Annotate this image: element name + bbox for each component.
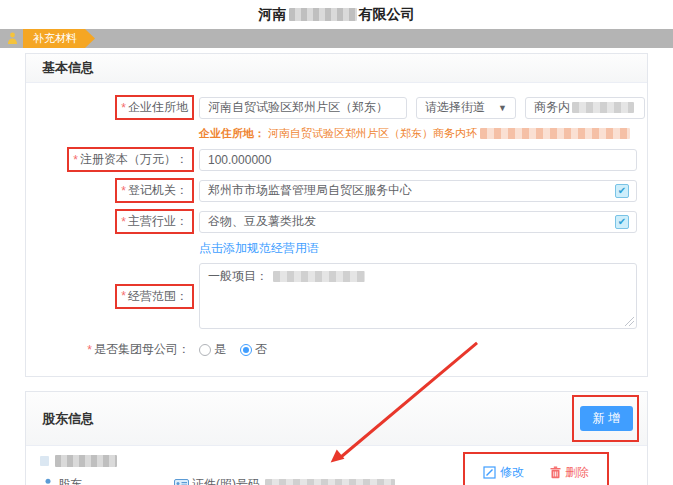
window-titlebar: 河南 有限公司	[0, 0, 673, 29]
residence-helper-text: 企业住所地： 河南自贸试验区郑州片区（郑东）商务内环	[199, 126, 639, 141]
shareholder-cert: 证件(照)号码	[174, 476, 395, 485]
annotation-box-residence: * 企业住所地	[115, 95, 194, 120]
annotation-box-authority: * 登记机关：	[115, 178, 194, 203]
residence-label: 企业住所地	[128, 99, 188, 116]
residence-district-input[interactable]: 河南自贸试验区郑州片区（郑东）	[199, 97, 407, 119]
radio-no[interactable]: 否	[240, 341, 267, 358]
authority-value: 郑州市市场监督管理局自贸区服务中心	[208, 182, 412, 199]
shareholder-role: 股东	[42, 476, 82, 485]
residence-address-input[interactable]: 商务内	[525, 97, 645, 119]
required-mark: *	[121, 289, 126, 303]
redacted-mini-icon	[40, 456, 49, 466]
shareholder-header: 股东信息 新 增	[26, 392, 647, 446]
industry-row: * 主营行业： 谷物、豆及薯类批发 ✔	[26, 209, 639, 234]
page-title-prefix: 河南	[259, 6, 287, 24]
edit-label: 修改	[500, 464, 524, 481]
capital-label: 注册资本（万元）：	[80, 151, 188, 168]
basic-info-header: 基本信息	[26, 54, 647, 83]
annotation-box-capital: * 注册资本（万元）：	[67, 147, 194, 172]
shareholder-row: 股东 证件(照)号码 修改 删除	[26, 446, 647, 485]
redacted-helper-address	[480, 128, 630, 139]
industry-input[interactable]: 谷物、豆及薯类批发 ✔	[199, 211, 637, 233]
delete-label: 删除	[565, 464, 589, 481]
annotation-box-actions: 修改 删除	[463, 452, 609, 485]
annotation-box-industry: * 主营行业：	[115, 209, 194, 234]
group-row: * 是否集团母公司： 是 否	[26, 339, 639, 360]
residence-district-value: 河南自贸试验区郑州片区（郑东）	[208, 99, 388, 116]
redacted-address	[572, 102, 634, 113]
required-mark: *	[121, 184, 126, 198]
redacted-scope	[273, 271, 365, 282]
cert-label: 证件(照)号码	[192, 476, 260, 485]
delete-link[interactable]: 删除	[550, 464, 589, 481]
group-label-box: * 是否集团母公司：	[83, 339, 194, 360]
annotation-box-scope: * 经营范围：	[115, 284, 194, 309]
shareholder-role-label: 股东	[58, 476, 82, 485]
capital-input[interactable]: 100.000000	[199, 149, 637, 171]
group-radio-group: 是 否	[199, 341, 267, 358]
required-mark: *	[87, 343, 92, 357]
tab-supplementary-materials[interactable]: 补充材料	[23, 29, 95, 48]
redacted-cert-number	[265, 479, 395, 485]
industry-value: 谷物、豆及薯类批发	[208, 213, 316, 230]
authority-input[interactable]: 郑州市市场监督管理局自贸区服务中心 ✔	[199, 180, 637, 202]
residence-address-prefix: 商务内	[534, 99, 570, 116]
breadcrumb-bar: 补充材料	[0, 29, 673, 48]
id-card-icon	[174, 479, 189, 485]
street-select-value: 请选择街道	[425, 99, 485, 116]
required-mark: *	[73, 153, 78, 167]
tab-label: 补充材料	[33, 31, 77, 46]
radio-no-label: 否	[255, 341, 267, 358]
shareholder-name-row	[40, 453, 463, 469]
residence-helper-value: 河南自贸试验区郑州片区（郑东）商务内环	[268, 126, 477, 141]
scope-textarea[interactable]: 一般项目：	[199, 263, 637, 329]
picker-check-icon[interactable]: ✔	[615, 184, 629, 198]
redacted-shareholder-name	[55, 455, 117, 467]
redacted-company-name	[289, 8, 357, 21]
radio-yes-circle[interactable]	[199, 344, 211, 356]
scope-row: * 经营范围： 一般项目：	[26, 263, 639, 329]
page-title: 河南 有限公司	[259, 6, 415, 24]
authority-label: 登记机关：	[128, 182, 188, 199]
shareholder-info-row: 股东 证件(照)号码	[40, 476, 463, 485]
radio-no-circle[interactable]	[240, 344, 252, 356]
group-label: 是否集团母公司：	[94, 341, 190, 358]
radio-yes-label: 是	[214, 341, 226, 358]
person-icon	[7, 32, 18, 45]
required-mark: *	[121, 101, 126, 115]
shareholder-title: 股东信息	[42, 410, 94, 428]
basic-info-form: * 企业住所地 河南自贸试验区郑州片区（郑东） 请选择街道 ▼ 商务内	[26, 83, 647, 376]
add-terms-link[interactable]: 点击添加规范经营用语	[199, 241, 319, 255]
residence-helper-label: 企业住所地：	[199, 126, 265, 141]
chevron-down-icon: ▼	[498, 103, 507, 113]
radio-yes[interactable]: 是	[199, 341, 226, 358]
edit-link[interactable]: 修改	[483, 464, 524, 481]
street-select[interactable]: 请选择街道 ▼	[416, 97, 516, 119]
trash-icon	[550, 466, 561, 479]
capital-value: 100.000000	[208, 153, 271, 167]
industry-label: 主营行业：	[128, 213, 188, 230]
shareholder-panel: 股东信息 新 增 股东 证件(照)号码	[25, 391, 648, 485]
residence-row: * 企业住所地 河南自贸试验区郑州片区（郑东） 请选择街道 ▼ 商务内	[26, 95, 639, 120]
edit-pencil-icon	[483, 466, 496, 479]
scope-label: 经营范围：	[128, 288, 188, 305]
basic-info-panel: 基本信息 * 企业住所地 河南自贸试验区郑州片区（郑东） 请选择街道	[25, 53, 648, 377]
annotation-box-add: 新 增	[572, 395, 639, 442]
add-shareholder-button[interactable]: 新 增	[580, 406, 633, 431]
scope-value-prefix: 一般项目：	[208, 269, 268, 283]
basic-info-title: 基本信息	[42, 59, 94, 77]
add-terms-line: 点击添加规范经营用语	[199, 240, 639, 257]
capital-row: * 注册资本（万元）： 100.000000	[26, 147, 639, 172]
shareholder-person-icon	[42, 478, 54, 485]
page-title-suffix: 有限公司	[359, 6, 415, 24]
required-mark: *	[121, 215, 126, 229]
picker-check-icon[interactable]: ✔	[615, 215, 629, 229]
authority-row: * 登记机关： 郑州市市场监督管理局自贸区服务中心 ✔	[26, 178, 639, 203]
